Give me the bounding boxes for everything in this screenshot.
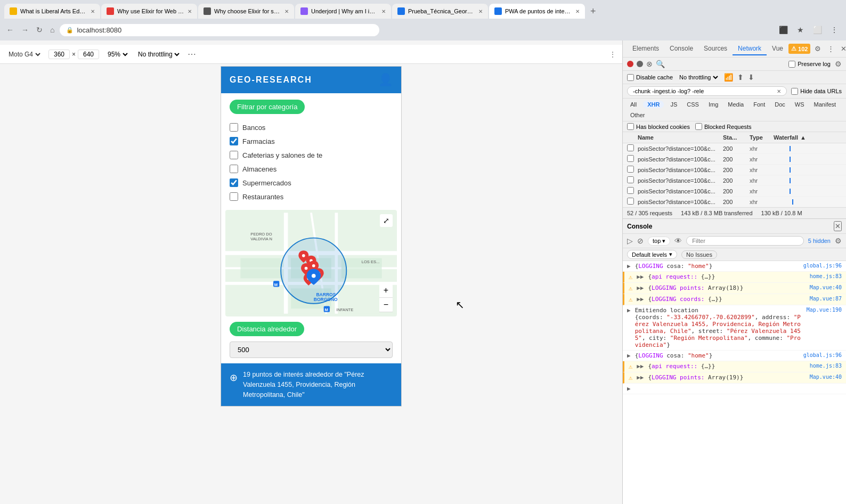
tab-2-close[interactable]: ✕ bbox=[188, 9, 192, 14]
console-close-button[interactable]: ✕ bbox=[834, 221, 842, 231]
tab-1-close[interactable]: ✕ bbox=[91, 9, 95, 14]
msg-5-link[interactable]: Map.vue:190 bbox=[807, 307, 842, 313]
row-1-check[interactable] bbox=[627, 144, 634, 151]
msg-6-link[interactable]: global.js:96 bbox=[803, 352, 842, 358]
filter-img[interactable]: Img bbox=[705, 101, 721, 108]
search-clear-icon[interactable]: ✕ bbox=[777, 88, 781, 94]
blocked-requests-checkbox[interactable] bbox=[695, 123, 702, 130]
tab-3[interactable]: Why choose Elixir for softw... ✕ bbox=[198, 4, 294, 19]
checkbox-cafeterias[interactable] bbox=[230, 151, 238, 159]
device-select[interactable]: Moto G4 bbox=[6, 50, 42, 59]
tab-4-close[interactable]: ✕ bbox=[381, 9, 386, 14]
filter-ws[interactable]: WS bbox=[792, 101, 808, 108]
filter-all[interactable]: All bbox=[627, 101, 640, 108]
expand-icon-5[interactable]: ▶ bbox=[627, 307, 631, 314]
tab-1[interactable]: What is Liberal Arts Educati... ✕ bbox=[4, 4, 100, 19]
more-menu-icon[interactable]: ⋮ bbox=[827, 22, 842, 37]
checkbox-bancos[interactable] bbox=[230, 123, 238, 132]
distance-select[interactable]: 500 bbox=[230, 342, 393, 358]
devtools-more-button[interactable]: ⋮ bbox=[825, 44, 836, 54]
tab-network[interactable]: Network bbox=[733, 43, 767, 55]
expand-icon-1[interactable]: ▶ bbox=[627, 263, 631, 270]
checkbox-supermercados[interactable] bbox=[230, 178, 238, 187]
home-button[interactable]: ⌂ bbox=[48, 23, 56, 36]
devtools-settings-button[interactable]: ⚙ bbox=[812, 44, 823, 54]
expand-icon-2[interactable]: ▶▶ bbox=[637, 273, 644, 280]
network-search-input[interactable]: -chunk -ingest.io -log? -rele ✕ bbox=[627, 86, 787, 96]
tab-console[interactable]: Console bbox=[664, 43, 698, 55]
devtools-close-button[interactable]: ✕ bbox=[839, 44, 846, 54]
console-top-select[interactable]: top ▾ bbox=[648, 237, 670, 246]
preserve-log-checkbox[interactable] bbox=[788, 61, 795, 68]
header-name[interactable]: Name bbox=[638, 134, 723, 141]
filter-font[interactable]: Font bbox=[750, 101, 768, 108]
tab-5[interactable]: Prueba_Técnica_Georesea... ✕ bbox=[392, 4, 488, 19]
checkbox-almacenes[interactable] bbox=[230, 165, 238, 173]
throttle-select[interactable]: No throttling bbox=[136, 50, 181, 59]
expand-icon-4[interactable]: ▶▶ bbox=[637, 296, 644, 303]
tab-6[interactable]: PWA de puntos de interés... ✕ bbox=[489, 4, 585, 19]
tab-5-close[interactable]: ✕ bbox=[478, 9, 483, 14]
zoom-out-button[interactable]: − bbox=[379, 298, 393, 312]
record-button[interactable] bbox=[627, 61, 633, 67]
row-3-check[interactable] bbox=[627, 166, 634, 173]
hide-data-urls-checkbox[interactable] bbox=[791, 88, 798, 95]
new-tab-button[interactable]: + bbox=[586, 6, 600, 17]
filter-category-button[interactable]: Filtrar por categoría bbox=[230, 100, 305, 114]
msg-1-link[interactable]: global.js:96 bbox=[803, 263, 842, 269]
row-2-check[interactable] bbox=[627, 155, 634, 162]
address-box[interactable]: 🔒 localhost:8080 bbox=[60, 24, 379, 36]
expand-icon-6[interactable]: ▶ bbox=[627, 352, 631, 359]
filter-manifest[interactable]: Manifest bbox=[811, 101, 840, 108]
filter-other[interactable]: Other bbox=[627, 111, 648, 119]
device-toolbar-more[interactable]: ⋮ bbox=[609, 51, 616, 58]
msg-8-link[interactable]: Map.vue:40 bbox=[810, 374, 842, 380]
filter-media[interactable]: Media bbox=[725, 101, 747, 108]
checkbox-farmacias[interactable] bbox=[230, 137, 238, 145]
forward-button[interactable]: → bbox=[19, 23, 31, 36]
tab-6-close[interactable]: ✕ bbox=[575, 9, 580, 14]
expand-icon-8[interactable]: ▶▶ bbox=[637, 374, 644, 381]
filter-xhr[interactable]: XHR bbox=[643, 101, 664, 108]
header-waterfall[interactable]: Waterfall ▲ bbox=[774, 134, 842, 141]
tab-4[interactable]: Underjord | Why am I intere... ✕ bbox=[295, 4, 391, 19]
header-type[interactable]: Type bbox=[750, 134, 774, 141]
tab-3-close[interactable]: ✕ bbox=[284, 9, 289, 14]
height-input[interactable] bbox=[78, 50, 99, 59]
tab-elements[interactable]: Elements bbox=[627, 43, 664, 55]
tab-2[interactable]: Why use Elixir for Web Dev... ✕ bbox=[101, 4, 197, 19]
default-levels-button[interactable]: Default levels ▾ bbox=[627, 250, 677, 259]
row-5-check[interactable] bbox=[627, 187, 634, 194]
width-input[interactable] bbox=[48, 50, 70, 59]
filter-doc[interactable]: Doc bbox=[771, 101, 788, 108]
console-filter-input[interactable] bbox=[686, 236, 803, 246]
row-6-check[interactable] bbox=[627, 198, 634, 205]
expand-icon-7[interactable]: ▶▶ bbox=[637, 363, 644, 370]
msg-7-link[interactable]: home.js:83 bbox=[810, 363, 842, 369]
map-expand-button[interactable]: ⤢ bbox=[380, 214, 393, 227]
disable-cache-checkbox[interactable] bbox=[627, 74, 634, 81]
console-eye-icon[interactable]: 👁 bbox=[674, 237, 682, 245]
extensions-icon[interactable]: ⬛ bbox=[776, 22, 791, 37]
filter-css[interactable]: CSS bbox=[684, 101, 702, 108]
zoom-in-button[interactable]: + bbox=[379, 283, 393, 298]
tab-vue[interactable]: Vue bbox=[767, 43, 788, 55]
distance-button[interactable]: Distancia alrededor bbox=[230, 322, 304, 336]
expand-icon-3[interactable]: ▶▶ bbox=[637, 284, 644, 291]
header-status[interactable]: Sta... bbox=[723, 134, 750, 141]
filter-js[interactable]: JS bbox=[667, 101, 680, 108]
back-button[interactable]: ← bbox=[4, 23, 16, 36]
console-gear-icon[interactable]: ⚙ bbox=[835, 237, 842, 245]
expand-icon-9[interactable]: ▶ bbox=[627, 385, 631, 392]
console-clear-icon[interactable]: ⊘ bbox=[637, 237, 644, 245]
search-network-button[interactable]: 🔍 bbox=[656, 60, 665, 68]
row-4-check[interactable] bbox=[627, 176, 634, 183]
bookmark-star-icon[interactable]: ★ bbox=[793, 22, 808, 37]
blocked-cookies-checkbox[interactable] bbox=[627, 123, 634, 130]
no-issues-button[interactable]: No Issues bbox=[681, 250, 717, 259]
stop-button[interactable] bbox=[637, 61, 643, 67]
msg-2-link[interactable]: home.js:83 bbox=[810, 273, 842, 279]
tab-sources[interactable]: Sources bbox=[698, 43, 733, 55]
msg-3-link[interactable]: Map.vue:40 bbox=[810, 284, 842, 290]
tab-groups-icon[interactable]: ⬜ bbox=[810, 22, 825, 37]
